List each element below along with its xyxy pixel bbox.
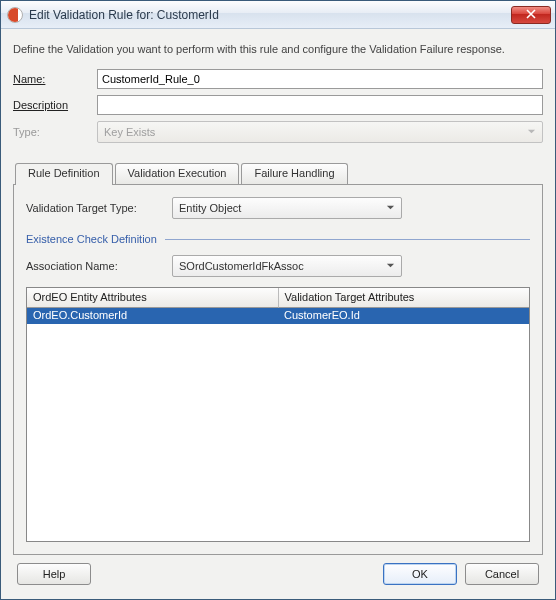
ok-button[interactable]: OK (383, 563, 457, 585)
cancel-button[interactable]: Cancel (465, 563, 539, 585)
tab-panel-rule-definition: Validation Target Type: Entity Object Ex… (13, 185, 543, 555)
target-type-combo[interactable]: Entity Object (172, 197, 402, 219)
chevron-down-icon (386, 202, 395, 214)
description-label: Description (13, 99, 97, 111)
tab-label: Validation Execution (128, 167, 227, 179)
tab-label: Failure Handling (254, 167, 334, 179)
section-existence-check: Existence Check Definition (26, 233, 530, 245)
column-header-right[interactable]: Validation Target Attributes (279, 288, 530, 308)
dialog-window: Edit Validation Rule for: CustomerId Def… (0, 0, 556, 600)
tab-label: Rule Definition (28, 167, 100, 179)
close-button[interactable] (511, 6, 551, 24)
tab-rule-definition[interactable]: Rule Definition (15, 163, 113, 185)
titlebar: Edit Validation Rule for: CustomerId (1, 1, 555, 29)
type-label: Type: (13, 126, 97, 138)
tab-validation-execution[interactable]: Validation Execution (115, 163, 240, 184)
name-label: Name: (13, 73, 97, 85)
instructions-text: Define the Validation you want to perfor… (13, 43, 543, 55)
association-name-combo[interactable]: SOrdCustomerIdFkAssoc (172, 255, 402, 277)
app-icon (7, 7, 23, 23)
name-input[interactable] (97, 69, 543, 89)
chevron-down-icon (527, 126, 536, 138)
dialog-body: Define the Validation you want to perfor… (1, 29, 555, 599)
section-divider (165, 239, 530, 240)
button-label: OK (412, 568, 428, 580)
section-title-text: Existence Check Definition (26, 233, 157, 245)
association-name-value: SOrdCustomerIdFkAssoc (179, 260, 304, 272)
type-value: Key Exists (104, 126, 155, 138)
tabs: Rule Definition Validation Execution Fai… (13, 163, 543, 555)
tab-failure-handling[interactable]: Failure Handling (241, 163, 347, 184)
type-combo: Key Exists (97, 121, 543, 143)
table-body[interactable]: OrdEO.CustomerId CustomerEO.Id (27, 308, 529, 541)
dialog-footer: Help OK Cancel (13, 555, 543, 589)
column-header-left[interactable]: OrdEO Entity Attributes (27, 288, 279, 308)
cell-left: OrdEO.CustomerId (27, 308, 278, 324)
help-button[interactable]: Help (17, 563, 91, 585)
window-title: Edit Validation Rule for: CustomerId (29, 8, 219, 22)
target-type-value: Entity Object (179, 202, 241, 214)
button-label: Help (43, 568, 66, 580)
description-input[interactable] (97, 95, 543, 115)
target-type-label: Validation Target Type: (26, 202, 172, 214)
cell-right: CustomerEO.Id (278, 308, 529, 324)
close-icon (526, 9, 536, 21)
chevron-down-icon (386, 260, 395, 272)
association-name-label: Association Name: (26, 260, 172, 272)
table-row[interactable]: OrdEO.CustomerId CustomerEO.Id (27, 308, 529, 324)
table-header: OrdEO Entity Attributes Validation Targe… (27, 288, 529, 308)
tab-bar: Rule Definition Validation Execution Fai… (13, 163, 543, 185)
attributes-table: OrdEO Entity Attributes Validation Targe… (26, 287, 530, 542)
button-label: Cancel (485, 568, 519, 580)
